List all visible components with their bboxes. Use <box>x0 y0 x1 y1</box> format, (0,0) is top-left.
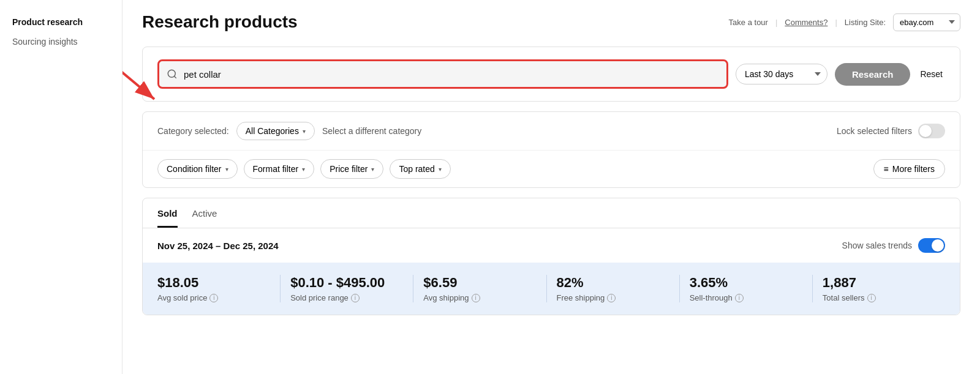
filters-section: Category selected: All Categories ▾ Sele… <box>142 111 960 188</box>
listing-site-label: Listing Site: <box>845 18 886 27</box>
page-title: Research products <box>142 12 298 32</box>
chevron-down-icon: ▾ <box>439 166 442 173</box>
stat-free-shipping: 82% Free shipping i <box>547 275 680 302</box>
free-shipping-value: 82% <box>557 275 669 291</box>
sidebar: Product research Sourcing insights <box>0 0 123 374</box>
sidebar-item-product-research[interactable]: Product research <box>10 12 112 32</box>
stat-sold-price-range: $0.10 - $495.00 Sold price range i <box>281 275 413 302</box>
svg-point-2 <box>168 70 175 77</box>
avg-sold-price-label: Avg sold price i <box>157 293 270 302</box>
svg-line-3 <box>174 76 176 78</box>
search-section: Last 30 days Last 60 days Last 90 days R… <box>142 47 960 102</box>
search-input[interactable] <box>184 69 719 80</box>
take-a-tour-link[interactable]: Take a tour <box>729 18 768 27</box>
avg-sold-price-value: $18.05 <box>157 275 270 291</box>
main-content: Research products Take a tour | Comments… <box>123 0 980 374</box>
search-input-wrapper <box>157 59 728 89</box>
research-button[interactable]: Research <box>835 63 911 86</box>
reset-button[interactable]: Reset <box>918 64 945 84</box>
more-filters-button[interactable]: ≡ More filters <box>873 159 945 179</box>
chevron-down-icon: ▾ <box>303 128 306 135</box>
lock-filters-toggle[interactable] <box>918 124 945 138</box>
filter-row: Condition filter ▾ Format filter ▾ Price… <box>143 151 960 187</box>
price-filter-label: Price filter <box>330 164 368 174</box>
listing-site-select[interactable]: ebay.com <box>893 13 960 31</box>
avg-shipping-value: $6.59 <box>423 275 536 291</box>
category-selected-label: Category selected: <box>157 126 229 136</box>
format-filter-label: Format filter <box>253 164 299 174</box>
format-filter-button[interactable]: Format filter ▾ <box>244 159 315 179</box>
free-shipping-label: Free shipping i <box>557 293 669 302</box>
condition-filter-label: Condition filter <box>167 164 222 174</box>
chevron-down-icon: ▾ <box>225 166 228 173</box>
svg-line-1 <box>123 53 154 99</box>
price-filter-button[interactable]: Price filter ▾ <box>320 159 383 179</box>
sold-price-range-label: Sold price range i <box>290 293 403 302</box>
all-categories-label: All Categories <box>246 126 299 136</box>
date-range-select[interactable]: Last 30 days Last 60 days Last 90 days <box>736 64 827 84</box>
tab-active[interactable]: Active <box>192 208 217 228</box>
free-shipping-info-icon[interactable]: i <box>607 294 616 302</box>
sold-price-range-info-icon[interactable]: i <box>351 294 360 302</box>
top-rated-filter-button[interactable]: Top rated ▾ <box>390 159 450 179</box>
more-filters-label: More filters <box>892 164 935 174</box>
sell-through-label: Sell-through i <box>690 293 802 302</box>
total-sellers-info-icon[interactable]: i <box>867 294 876 302</box>
header-actions: Take a tour | Comments? | Listing Site: … <box>729 13 960 31</box>
separator-1: | <box>775 18 777 27</box>
stat-sell-through: 3.65% Sell-through i <box>680 275 813 302</box>
top-rated-label: Top rated <box>399 164 434 174</box>
date-range-text: Nov 25, 2024 – Dec 25, 2024 <box>157 241 279 251</box>
results-header: Nov 25, 2024 – Dec 25, 2024 Show sales t… <box>143 228 960 263</box>
avg-shipping-label: Avg shipping i <box>423 293 536 302</box>
show-trends-toggle[interactable] <box>918 238 945 253</box>
sell-through-value: 3.65% <box>690 275 802 291</box>
show-trends-label: Show sales trends <box>842 241 912 250</box>
stat-avg-sold-price: $18.05 Avg sold price i <box>157 275 281 302</box>
all-categories-button[interactable]: All Categories ▾ <box>236 122 315 140</box>
condition-filter-button[interactable]: Condition filter ▾ <box>157 159 238 179</box>
select-category-link[interactable]: Select a different category <box>322 126 421 136</box>
sold-price-range-value: $0.10 - $495.00 <box>290 275 403 291</box>
search-row: Last 30 days Last 60 days Last 90 days R… <box>157 59 945 89</box>
sell-through-info-icon[interactable]: i <box>735 294 744 302</box>
total-sellers-value: 1,887 <box>823 275 935 291</box>
comments-link[interactable]: Comments? <box>785 18 827 27</box>
stats-row: $18.05 Avg sold price i $0.10 - $495.00 … <box>143 263 960 315</box>
separator-2: | <box>835 18 837 27</box>
tab-sold[interactable]: Sold <box>157 208 178 228</box>
stat-total-sellers: 1,887 Total sellers i <box>813 275 945 302</box>
avg-shipping-info-icon[interactable]: i <box>472 294 480 302</box>
show-trends-container: Show sales trends <box>842 238 945 253</box>
lock-filters-container: Lock selected filters <box>837 124 945 138</box>
more-filters-icon: ≡ <box>884 164 889 174</box>
chevron-down-icon: ▾ <box>302 166 305 173</box>
avg-sold-price-info-icon[interactable]: i <box>209 294 218 302</box>
total-sellers-label: Total sellers i <box>823 293 935 302</box>
chevron-down-icon: ▾ <box>371 166 374 173</box>
results-section: Sold Active Nov 25, 2024 – Dec 25, 2024 … <box>142 198 960 315</box>
search-icon <box>167 69 178 80</box>
stat-avg-shipping: $6.59 Avg shipping i <box>413 275 546 302</box>
sidebar-item-sourcing-insights[interactable]: Sourcing insights <box>10 32 112 51</box>
tabs-row: Sold Active <box>143 198 960 228</box>
category-row: Category selected: All Categories ▾ Sele… <box>143 112 960 151</box>
header-row: Research products Take a tour | Comments… <box>142 12 960 32</box>
lock-filters-label: Lock selected filters <box>837 126 912 136</box>
